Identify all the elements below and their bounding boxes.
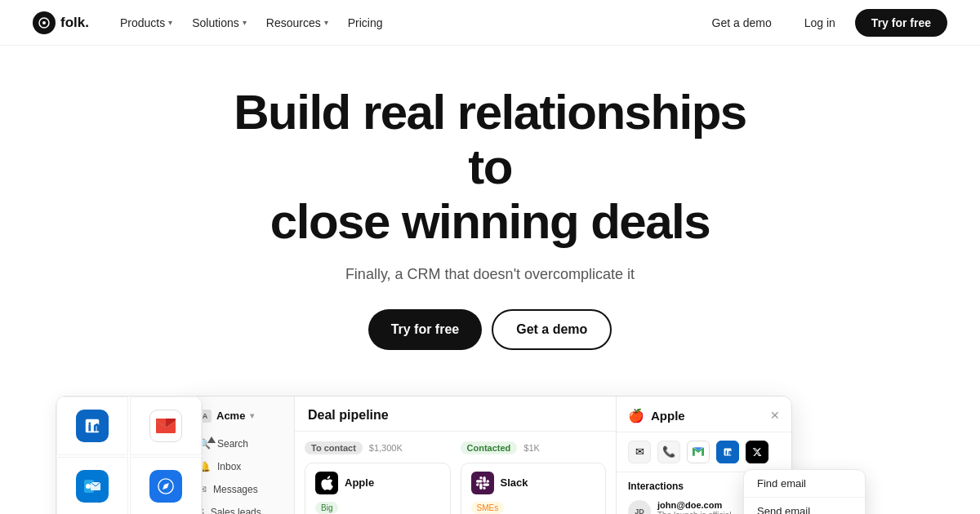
- find-email-menu-item[interactable]: Find email: [744, 470, 865, 497]
- connector-arrow-icon: [207, 436, 216, 443]
- linkedin-integration: [56, 397, 128, 455]
- linkedin-action-button[interactable]: [716, 441, 739, 463]
- get-demo-hero-button[interactable]: Get a demo: [492, 309, 612, 350]
- hero-title: Build real relationships to close winnin…: [212, 85, 768, 250]
- get-demo-button[interactable]: Get a demo: [699, 10, 785, 36]
- workspace-header: A Acme ▾: [189, 406, 294, 432]
- to-contact-column: To contact $1,300K Apple Big: [305, 441, 461, 514]
- contacted-amount: $1K: [523, 443, 540, 453]
- sidebar-item-inbox[interactable]: 🔔 Inbox: [189, 455, 294, 478]
- logo-text: folk.: [60, 15, 89, 31]
- contacted-header: Contacted $1K: [461, 441, 607, 454]
- sidebar-sales-label: Sales leads: [211, 507, 261, 514]
- contacted-tag: Contacted: [461, 441, 518, 454]
- svg-point-1: [42, 21, 46, 24]
- login-button[interactable]: Log in: [791, 10, 849, 36]
- svg-point-5: [86, 484, 91, 489]
- linkedin-icon: [76, 410, 109, 442]
- apple-company-name: Apple: [345, 476, 374, 489]
- sidebar-item-messages[interactable]: ✉ Messages: [189, 478, 294, 501]
- apple-logo-icon: 🍎: [628, 408, 644, 423]
- deal-card-header: Apple: [315, 472, 440, 494]
- pipeline-title: Deal pipeline: [308, 408, 603, 423]
- nav-links: Products ▾ Solutions ▾ Resources ▾ Prici…: [112, 11, 391, 34]
- resources-chevron-icon: ▾: [324, 18, 328, 27]
- resources-nav-item[interactable]: Resources ▾: [258, 11, 336, 34]
- table-row[interactable]: Apple Big $800,000 AF Albert Flores: [305, 463, 451, 514]
- gmail-icon: [149, 410, 182, 442]
- crm-layout: A Acme ▾ 🔍 Search 🔔 Inbox ✉ Messages: [189, 397, 791, 514]
- contact-header: 🍎 Apple ✕: [617, 397, 791, 432]
- pipeline-columns: To contact $1,300K Apple Big: [295, 432, 616, 514]
- contact-actions: ✉ 📞: [617, 432, 791, 472]
- navigator-icon: [149, 470, 182, 503]
- navigation: folk. Products ▾ Solutions ▾ Resources ▾…: [0, 0, 980, 46]
- send-email-menu-item[interactable]: Send email: [744, 498, 865, 514]
- hero-subtitle: Finally, a CRM that doesn't overcomplica…: [16, 266, 964, 283]
- workspace-chevron-icon: ▾: [250, 411, 254, 420]
- deal-card-header: Slack: [471, 472, 596, 494]
- to-contact-tag: To contact: [305, 441, 363, 454]
- products-chevron-icon: ▾: [168, 18, 172, 27]
- contact-name-row: 🍎 Apple: [628, 408, 685, 423]
- try-free-nav-button[interactable]: Try for free: [855, 9, 947, 37]
- compass-integration: [130, 457, 202, 514]
- smes-badge: SMEs: [471, 502, 505, 514]
- hero-buttons: Try for free Get a demo: [16, 309, 964, 350]
- solutions-nav-item[interactable]: Solutions ▾: [184, 11, 255, 34]
- slack-deal-icon: [471, 472, 494, 494]
- nav-left: folk. Products ▾ Solutions ▾ Resources ▾…: [33, 11, 391, 34]
- slack-company-name: Slack: [501, 476, 528, 489]
- integrations-panel: ✳ +6000 integrations: [56, 396, 203, 514]
- apple-deal-icon: [315, 472, 338, 494]
- phone-action-button[interactable]: 📞: [657, 441, 680, 463]
- john-avatar: JD: [628, 500, 651, 514]
- solutions-chevron-icon: ▾: [243, 18, 247, 27]
- crm-sidebar: A Acme ▾ 🔍 Search 🔔 Inbox ✉ Messages: [189, 397, 295, 514]
- close-panel-button[interactable]: ✕: [770, 409, 780, 422]
- context-menu: Find email Send email Call New note New …: [743, 469, 866, 514]
- to-contact-amount: $1,300K: [369, 443, 403, 453]
- to-contact-header: To contact $1,300K: [305, 441, 451, 454]
- sidebar-messages-label: Messages: [213, 484, 258, 495]
- hero-section: Build real relationships to close winnin…: [0, 46, 980, 376]
- try-free-hero-button[interactable]: Try for free: [368, 309, 483, 350]
- logo[interactable]: folk.: [33, 11, 89, 34]
- logo-icon: [33, 11, 56, 34]
- table-row[interactable]: Slack SMEs $4M DS Darrell Steward: [461, 463, 607, 514]
- sidebar-search-label: Search: [217, 438, 248, 450]
- outlook-icon: [76, 470, 109, 503]
- crm-window: A Acme ▾ 🔍 Search 🔔 Inbox ✉ Messages: [188, 396, 792, 514]
- big-badge: Big: [315, 502, 338, 514]
- gmail-action-button[interactable]: [687, 441, 710, 463]
- crm-pipeline-header: Deal pipeline: [295, 397, 616, 432]
- email-action-button[interactable]: ✉: [628, 441, 651, 463]
- twitter-action-button[interactable]: [746, 441, 768, 463]
- outlook-integration: [56, 457, 128, 514]
- gmail-integration: [130, 397, 202, 455]
- products-nav-item[interactable]: Products ▾: [112, 11, 180, 34]
- crm-main: Deal pipeline To contact $1,300K: [295, 397, 616, 514]
- sidebar-inbox-label: Inbox: [217, 461, 241, 472]
- workspace-name: Acme: [216, 410, 245, 422]
- contact-company-name: Apple: [651, 409, 685, 423]
- contacted-column: Contacted $1K Slack SMEs: [461, 441, 607, 514]
- preview-area: ✳ +6000 integrations A Acme ▾ 🔍 Se: [0, 396, 980, 514]
- pricing-nav-item[interactable]: Pricing: [340, 11, 391, 34]
- sidebar-item-sales[interactable]: $ Sales leads: [189, 501, 294, 514]
- nav-right: Get a demo Log in Try for free: [699, 9, 947, 37]
